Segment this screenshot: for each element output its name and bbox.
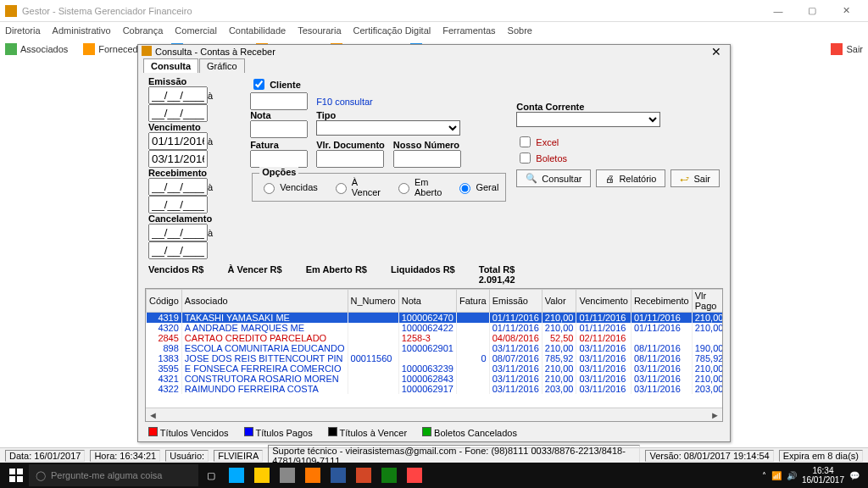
recebimento-de-input[interactable]: [148, 178, 208, 196]
label-conta-corrente: Conta Corrente: [516, 102, 584, 112]
radio-avencer[interactable]: À Vencer: [331, 177, 381, 197]
modal-icon: [142, 46, 152, 58]
boletos-checkbox[interactable]: Boletos: [516, 150, 567, 166]
label-emissao: Emissão: [148, 76, 186, 86]
menu-contabilidade[interactable]: Contabilidade: [229, 25, 286, 36]
legend-item: Títulos Pagos: [244, 427, 313, 438]
col-recebimento[interactable]: Recebimento: [631, 290, 692, 313]
col-nota[interactable]: Nota: [398, 290, 456, 313]
f10-link[interactable]: F10 consultar: [316, 97, 373, 107]
toolbar-icon: [5, 43, 17, 55]
cliente-checkbox[interactable]: Cliente: [250, 76, 301, 92]
table-row[interactable]: 4320A ANDRADE MARQUES ME100006242201/11/…: [147, 323, 724, 333]
label-nosso-numero: Nosso Número: [393, 140, 459, 150]
svg-rect-2: [9, 469, 15, 474]
col-vlr pago[interactable]: Vlr Pago: [692, 290, 723, 313]
sair-button[interactable]: ⮐Sair: [670, 169, 720, 187]
table-row[interactable]: 1383JOSE DOS REIS BITTENCOURT PIN0001156…: [147, 353, 724, 363]
table-row[interactable]: 898ESCOLA COMUNITARIA EDUCANDO1000062901…: [147, 343, 724, 353]
system-tray[interactable]: ˄ 📶 🔊 16:3416/01/2017 💬: [757, 466, 865, 485]
task-view-icon[interactable]: ▢: [198, 463, 224, 488]
app-icon: [5, 5, 17, 17]
table-row[interactable]: 4321CONSTRUTORA ROSARIO MOREN10000628430…: [147, 374, 724, 384]
table-row[interactable]: 4322RAIMUNDO FERREIRA COSTA100006291703/…: [147, 384, 724, 394]
col-valor[interactable]: Valor: [542, 290, 576, 313]
consultar-button[interactable]: 🔍Consultar: [516, 169, 591, 187]
vencimento-de-input[interactable]: [148, 132, 208, 150]
svg-rect-0: [5, 5, 17, 17]
col-associado[interactable]: Associado: [181, 290, 348, 313]
recebimento-ate-input[interactable]: [148, 196, 208, 214]
tipo-select[interactable]: [316, 120, 460, 136]
taskbar-app-4[interactable]: [300, 463, 326, 488]
volume-icon[interactable]: 🔊: [787, 471, 797, 480]
tab-grafico[interactable]: Gráfico: [199, 58, 244, 73]
totals-row: Vencidos R$ À Vencer R$ Em Aberto R$ Liq…: [138, 263, 730, 286]
emissao-de-input[interactable]: [148, 86, 208, 104]
taskbar-app-2[interactable]: [249, 463, 275, 488]
col-emissão[interactable]: Emissão: [489, 290, 542, 313]
menubar: DiretoriaAdministrativoCobrançaComercial…: [0, 22, 868, 39]
network-icon[interactable]: 📶: [771, 471, 782, 480]
col-n_numero[interactable]: N_Numero: [348, 290, 398, 313]
taskbar-app-5[interactable]: [326, 463, 351, 488]
relatorio-button[interactable]: 🖨Relatório: [596, 169, 665, 187]
excel-checkbox[interactable]: Excel: [516, 134, 559, 150]
toolbar-icon: [831, 43, 843, 55]
svg-rect-4: [9, 476, 15, 482]
menu-cobrança[interactable]: Cobrança: [123, 25, 164, 36]
results-grid[interactable]: CódigoAssociadoN_NumeroNotaFaturaEmissão…: [145, 288, 723, 422]
taskbar-app-7[interactable]: [376, 463, 402, 488]
taskbar-search[interactable]: ◯Pergunte-me alguma coisa: [29, 464, 198, 486]
notifications-icon[interactable]: 💬: [849, 471, 860, 480]
table-row[interactable]: 4319TAKASHI YAMASAKI ME100006247001/11/2…: [147, 313, 724, 324]
table-row[interactable]: 2845CARTAO CREDITO PARCELADO1258-304/08/…: [147, 333, 724, 343]
toolbar-associados[interactable]: Associados: [5, 43, 68, 55]
tray-up-icon[interactable]: ˄: [762, 471, 766, 480]
radio-vencidas[interactable]: Vencidas: [259, 180, 318, 194]
modal-close-button[interactable]: ✕: [706, 45, 726, 58]
taskbar-app-3[interactable]: [275, 463, 300, 488]
menu-sobre[interactable]: Sobre: [508, 25, 532, 36]
menu-ferramentas[interactable]: Ferramentas: [442, 25, 495, 36]
app-titlebar: Gestor - Sistema Gerenciador Financeiro …: [0, 0, 868, 22]
col-fatura[interactable]: Fatura: [456, 290, 489, 313]
statusbar: Data: 16/01/2017 Hora: 16:34:21 Usuário:…: [0, 447, 868, 463]
col-vencimento[interactable]: Vencimento: [576, 290, 631, 313]
radio-geral[interactable]: Geral: [455, 180, 498, 194]
app-title: Gestor - Sistema Gerenciador Financeiro: [22, 6, 192, 16]
menu-administrativo[interactable]: Administrativo: [53, 25, 111, 36]
cancelamento-de-input[interactable]: [148, 224, 208, 241]
vlr-documento-input[interactable]: [316, 150, 384, 168]
fatura-input[interactable]: [250, 150, 308, 168]
taskbar-app-6[interactable]: [351, 463, 376, 488]
taskbar-app-1[interactable]: [224, 463, 249, 488]
minimize-button[interactable]: —: [761, 3, 795, 19]
emissao-ate-input[interactable]: [148, 104, 208, 122]
cliente-input[interactable]: [250, 92, 308, 110]
taskbar-app-8[interactable]: [402, 463, 427, 488]
search-icon: 🔍: [526, 173, 537, 184]
tab-consulta[interactable]: Consulta: [143, 58, 198, 73]
menu-diretoria[interactable]: Diretoria: [5, 25, 41, 36]
cancelamento-ate-input[interactable]: [148, 241, 208, 259]
svg-rect-3: [17, 469, 23, 474]
menu-certificação digital[interactable]: Certificação Digital: [353, 25, 431, 36]
nota-input[interactable]: [250, 120, 308, 138]
label-opcoes: Opções: [259, 167, 298, 177]
menu-comercial[interactable]: Comercial: [175, 25, 217, 36]
table-row[interactable]: 3595E FONSECA FERREIRA COMERCIO100006323…: [147, 363, 724, 374]
menu-tesouraria[interactable]: Tesouraria: [298, 25, 341, 36]
toolbar-sair[interactable]: Sair: [831, 43, 863, 55]
maximize-button[interactable]: ▢: [795, 3, 829, 19]
radio-emaberto[interactable]: Em Aberto: [394, 177, 442, 197]
nosso-numero-input[interactable]: [393, 150, 461, 168]
conta-corrente-select[interactable]: [516, 112, 660, 127]
start-button[interactable]: [3, 463, 29, 488]
vencimento-ate-input[interactable]: [148, 150, 208, 168]
grid-scrollbar[interactable]: ◄►: [146, 408, 722, 421]
close-button[interactable]: ✕: [829, 3, 863, 19]
label-tipo: Tipo: [316, 110, 336, 120]
col-código[interactable]: Código: [147, 290, 182, 313]
exit-icon: ⮐: [680, 174, 689, 184]
